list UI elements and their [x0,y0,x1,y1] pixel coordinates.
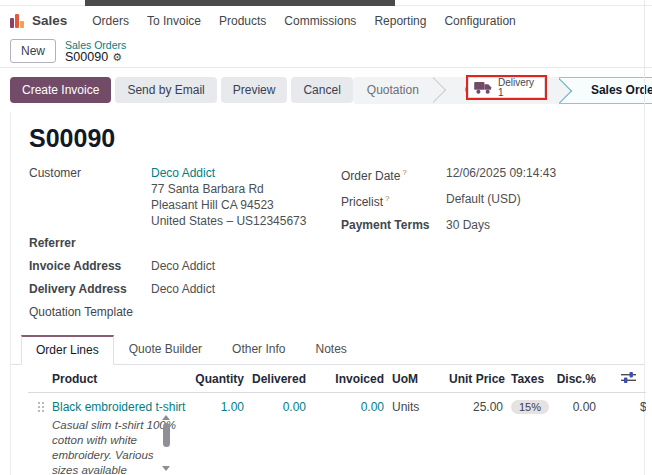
pricelist-value[interactable]: Default (USD) [446,191,521,207]
tab-notes[interactable]: Notes [300,335,361,364]
col-disc: Disc.% [550,365,600,393]
col-uom: UoM [388,365,445,393]
drag-handle-icon[interactable] [38,402,48,416]
order-date-label: Order Date? [341,165,446,184]
status-sales-order[interactable]: Sales Order [577,77,652,104]
product-link[interactable]: Black embroidered t-shirt [52,400,185,414]
field-quotation-template: Quotation Template [29,304,341,320]
menu-item-to-invoice[interactable]: To Invoice [138,10,210,32]
record-name: S00090 [65,51,108,63]
preview-button[interactable]: Preview [221,77,288,103]
help-icon: ? [402,168,406,177]
main-menubar: Sales Orders To Invoice Products Commiss… [0,6,652,35]
delivery-address-value[interactable]: Deco Addict [151,281,215,297]
scroll-down-icon[interactable] [162,466,170,471]
disc-cell[interactable]: 0.00 [550,393,600,475]
breadcrumb: Sales Orders S00090 ⚙ [65,39,126,63]
menu-item-products[interactable]: Products [210,10,275,32]
invoice-address-label: Invoice Address [29,258,151,274]
col-quantity: Quantity [190,365,248,393]
taxes-cell: 15% [507,393,550,475]
browser-top-strip [0,0,652,6]
scrollbar-thumb[interactable] [163,423,170,447]
field-order-date: Order Date? 12/06/2025 09:14:43 [341,165,626,184]
invoice-address-value[interactable]: Deco Addict [151,258,215,274]
uom-cell[interactable]: Units [388,393,445,475]
order-lines-table: Product Quantity Delivered Invoiced UoM … [28,365,646,475]
form-sheet: S00090 Customer Deco Addict 77 Santa Bar… [10,112,645,475]
menu-item-orders[interactable]: Orders [83,10,138,32]
tab-order-lines[interactable]: Order Lines [21,335,114,365]
field-pricelist: Pricelist? Default (USD) [341,191,626,210]
status-quotation[interactable]: Quotation [353,77,433,104]
delivered-cell[interactable]: 0.00 [248,393,310,475]
chevron-separator-icon [433,77,451,104]
table-row: Black embroidered t-shirt Casual slim t-… [28,393,646,475]
col-invoiced: Invoiced [310,365,388,393]
payment-terms-label: Payment Terms [341,217,446,233]
customer-address-line: 77 Santa Barbara Rd [151,181,306,197]
quotation-template-label: Quotation Template [29,304,151,320]
row-handle-cell [28,393,48,475]
page-title: S00090 [29,112,626,163]
notebook-tabs: Order Lines Quote Builder Other Info Not… [11,336,644,365]
help-icon: ? [385,194,389,203]
menu-item-reporting[interactable]: Reporting [365,10,435,32]
app-name[interactable]: Sales [32,13,67,28]
tax-badge[interactable]: 15% [511,400,549,414]
customer-value-block: Deco Addict 77 Santa Barbara Rd Pleasant… [151,165,306,229]
col-product: Product [48,365,190,393]
pricelist-label: Pricelist? [341,191,446,210]
customer-address-line: Pleasant Hill CA 94523 [151,197,306,213]
send-by-email-button[interactable]: Send by Email [115,77,216,103]
field-delivery-address: Delivery Address Deco Addict [29,281,341,297]
odoo-sales-order-page: Sales Orders To Invoice Products Commiss… [0,0,652,475]
subtotal-clipped-header [640,365,646,393]
chevron-separator-active-icon [559,77,577,104]
browser-dark-strip [85,0,395,6]
cancel-button[interactable]: Cancel [291,77,352,103]
description-scrollbar[interactable] [160,415,172,471]
field-invoice-address: Invoice Address Deco Addict [29,258,341,274]
field-customer: Customer Deco Addict 77 Santa Barbara Rd… [29,165,341,229]
quantity-cell[interactable]: 1.00 [190,393,248,475]
breadcrumb-current: S00090 ⚙ [65,51,126,63]
delivery-count: 1 [498,88,534,98]
delivery-address-label: Delivery Address [29,281,151,297]
product-cell: Black embroidered t-shirt Casual slim t-… [48,393,190,475]
customer-address-line: United States – US12345673 [151,213,306,229]
action-buttons: Create Invoice Send by Email Preview Can… [10,77,353,103]
adjust-columns-icon[interactable] [621,371,636,383]
col-unit-price: Unit Price [445,365,507,393]
field-referrer: Referrer [29,235,341,251]
menu-item-configuration[interactable]: Configuration [435,10,524,32]
new-button[interactable]: New [10,39,56,63]
col-taxes: Taxes [507,365,550,393]
menu-item-commissions[interactable]: Commissions [275,10,365,32]
tab-other-info[interactable]: Other Info [217,335,300,364]
col-delivered: Delivered [248,365,310,393]
annotation-highlight-box: Delivery 1 [466,75,547,100]
unit-price-cell[interactable]: 25.00 [445,393,507,475]
create-invoice-button[interactable]: Create Invoice [10,77,111,103]
delivery-smart-button[interactable]: Delivery 1 [468,77,545,98]
optional-columns-cell [600,365,640,393]
sales-app-icon[interactable] [10,13,25,28]
truck-icon [474,81,493,94]
breadcrumb-row: New Sales Orders S00090 ⚙ Delivery 1 [0,35,652,68]
order-date-value[interactable]: 12/06/2025 09:14:43 [446,165,556,181]
row-spacer-cell [600,393,640,475]
customer-label: Customer [29,165,151,181]
subtotal-clipped-cell: $ 25.00 [640,393,646,475]
table-header-row: Product Quantity Delivered Invoiced UoM … [28,365,646,393]
tab-quote-builder[interactable]: Quote Builder [114,335,217,364]
referrer-label: Referrer [29,235,151,251]
customer-link[interactable]: Deco Addict [151,166,215,180]
invoiced-cell[interactable]: 0.00 [310,393,388,475]
scroll-up-icon[interactable] [162,415,170,420]
action-bar: Create Invoice Send by Email Preview Can… [0,68,652,112]
handle-column-header [28,365,48,393]
payment-terms-value[interactable]: 30 Days [446,217,490,233]
field-grid: Customer Deco Addict 77 Santa Barbara Rd… [29,165,626,327]
gear-icon[interactable]: ⚙ [112,51,122,63]
